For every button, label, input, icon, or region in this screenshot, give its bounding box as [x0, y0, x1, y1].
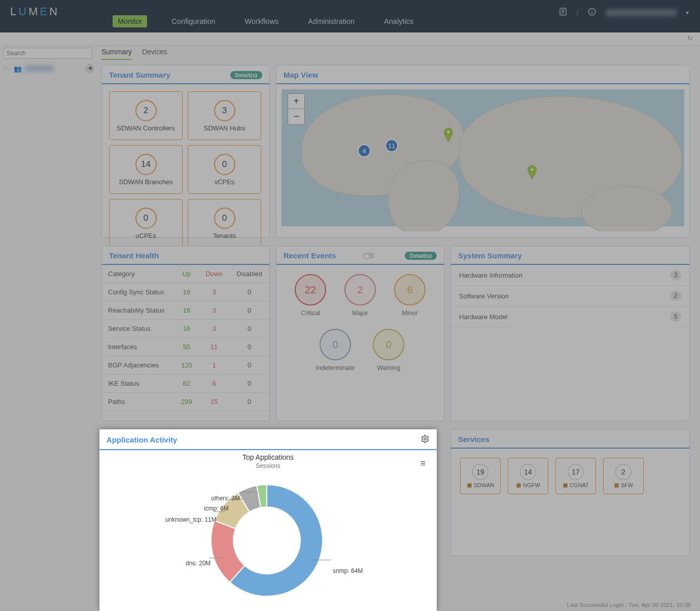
tile-value: 14 — [135, 154, 157, 175]
tile-value: 0 — [135, 208, 157, 229]
event-stat[interactable]: 0 Indeterminate — [316, 329, 355, 371]
subtab-summary[interactable]: Summary — [101, 48, 132, 60]
tile-label: uCPEs — [135, 232, 156, 240]
tenant-tile[interactable]: 0 vCPEs — [188, 145, 261, 194]
map-cluster-pin[interactable]: 4 — [358, 144, 371, 157]
system-row[interactable]: Software Version 2 — [451, 286, 689, 307]
th-cat: IKE Status — [102, 375, 174, 393]
info-icon[interactable] — [587, 7, 597, 18]
event-label: Major — [344, 310, 376, 317]
th-up: Up — [174, 265, 199, 283]
user-menu[interactable] — [606, 9, 677, 16]
th-down-val[interactable]: 3 — [199, 301, 229, 320]
th-up-val[interactable]: 16 — [174, 283, 199, 301]
service-label: NGFW — [516, 482, 540, 488]
table-row: IKE Status 62 6 0 — [102, 375, 269, 393]
tenant-tile[interactable]: 0 Tenants — [188, 199, 261, 248]
th-up-val[interactable]: 16 — [174, 320, 199, 338]
recent-events-toggle[interactable] — [363, 253, 374, 259]
event-label: Critical — [295, 310, 326, 317]
map-cluster-pin[interactable]: 11 — [385, 139, 398, 152]
service-tile[interactable]: 2 SFW — [603, 458, 644, 494]
mapview-title: Map View — [284, 71, 318, 79]
tenant-summary-title: Tenant Summary — [109, 71, 170, 79]
tenant-tile[interactable]: 3 SDWAN Hubs — [188, 91, 261, 140]
tile-label: SDWAN Branches — [119, 178, 172, 186]
service-label: SFW — [614, 482, 633, 488]
tile-label: vCPEs — [215, 178, 235, 186]
th-up-val[interactable]: 299 — [174, 393, 199, 411]
chart-subtitle: Sessions — [99, 462, 437, 469]
th-down-val[interactable]: 3 — [199, 283, 229, 301]
tree-expand-icon[interactable]: ◄ — [85, 64, 94, 73]
event-stat[interactable]: 6 Minor — [394, 274, 426, 317]
th-up-val[interactable]: 120 — [174, 356, 199, 375]
th-down-val[interactable]: 3 — [199, 320, 229, 338]
nav-monitor[interactable]: Monitor — [113, 15, 147, 27]
recent-events-details[interactable]: Detail(s) — [405, 252, 437, 260]
th-up-val[interactable]: 16 — [174, 301, 199, 320]
search-input[interactable] — [3, 48, 92, 59]
event-stat[interactable]: 22 Critical — [295, 274, 326, 317]
chevron-down-icon[interactable]: ▾ — [686, 9, 689, 16]
th-down-val[interactable]: 15 — [199, 393, 229, 411]
system-row[interactable]: Hardware Information 3 — [451, 265, 689, 286]
gear-icon[interactable] — [421, 434, 430, 445]
tree-connector-icon: └╴ — [3, 65, 11, 72]
th-up-val[interactable]: 62 — [174, 375, 199, 393]
tile-label: SDWAN Hubs — [204, 124, 246, 132]
tile-value: 0 — [214, 208, 235, 229]
th-category: Category — [102, 265, 174, 283]
service-tile[interactable]: 17 CGNAT — [555, 458, 596, 494]
world-map[interactable]: + − 4 11 — [276, 84, 689, 231]
tenant-tile[interactable]: 2 SDWAN Controllers — [109, 91, 183, 140]
th-cat: Paths — [102, 393, 174, 411]
map-marker-icon[interactable] — [444, 128, 453, 141]
table-row: Paths 299 15 0 — [102, 393, 269, 411]
chart-menu-icon[interactable]: ≡ — [420, 458, 426, 469]
brand-logo: LUMEN — [10, 5, 59, 18]
system-label: Software Version — [459, 292, 509, 300]
notes-icon[interactable] — [558, 7, 568, 18]
map-zoom-out[interactable]: − — [288, 109, 304, 124]
th-cat: BGP Adjacencies — [102, 356, 174, 375]
event-stat[interactable]: 2 Major — [344, 274, 376, 317]
svg-rect-11 — [564, 483, 568, 487]
event-label: Minor — [394, 310, 426, 317]
subtab-devices[interactable]: Devices — [142, 48, 167, 60]
th-up-val[interactable]: 55 — [174, 338, 199, 356]
th-down-val[interactable]: 11 — [199, 338, 229, 356]
th-down-val[interactable]: 1 — [199, 356, 229, 375]
table-row: BGP Adjacencies 120 1 0 — [102, 356, 269, 375]
service-tile[interactable]: 14 NGFW — [508, 458, 548, 494]
th-dis-val: 0 — [229, 283, 269, 301]
svg-rect-10 — [517, 483, 521, 487]
tenant-tile[interactable]: 14 SDWAN Branches — [109, 145, 183, 194]
nav-configuration[interactable]: Configuration — [166, 15, 220, 27]
tenant-tile[interactable]: 0 uCPEs — [109, 199, 183, 248]
tree-root-item[interactable]: └╴ 👥 ◄ — [3, 64, 94, 73]
th-dis-val: 0 — [229, 356, 269, 375]
service-label: SDWAN — [467, 482, 495, 488]
th-down-val[interactable]: 6 — [199, 375, 229, 393]
refresh-icon[interactable]: ↻ — [687, 35, 693, 42]
system-label: Hardware Information — [459, 271, 522, 279]
map-marker-icon[interactable] — [528, 165, 537, 179]
tenant-summary-details[interactable]: Detail(s) — [230, 71, 262, 79]
th-dis-val: 0 — [229, 375, 269, 393]
map-zoom-in[interactable]: + — [288, 94, 304, 109]
nav-administration[interactable]: Administration — [303, 15, 360, 27]
system-count: 3 — [670, 270, 681, 280]
system-row[interactable]: Hardware Model 5 — [451, 307, 689, 327]
svg-point-13 — [424, 438, 427, 440]
nav-analytics[interactable]: Analytics — [379, 15, 418, 27]
tile-value: 0 — [214, 154, 235, 175]
nav-workflows[interactable]: Workflows — [240, 15, 284, 27]
service-count: 2 — [615, 464, 632, 480]
event-stat[interactable]: 0 Warning — [373, 329, 404, 371]
service-tile[interactable]: 19 SDWAN — [460, 458, 501, 494]
chart-title: Top Applications — [99, 453, 437, 461]
th-cat: Reachability Status — [102, 301, 174, 320]
services-title: Services — [458, 435, 489, 444]
th-dis-val: 0 — [229, 338, 269, 356]
